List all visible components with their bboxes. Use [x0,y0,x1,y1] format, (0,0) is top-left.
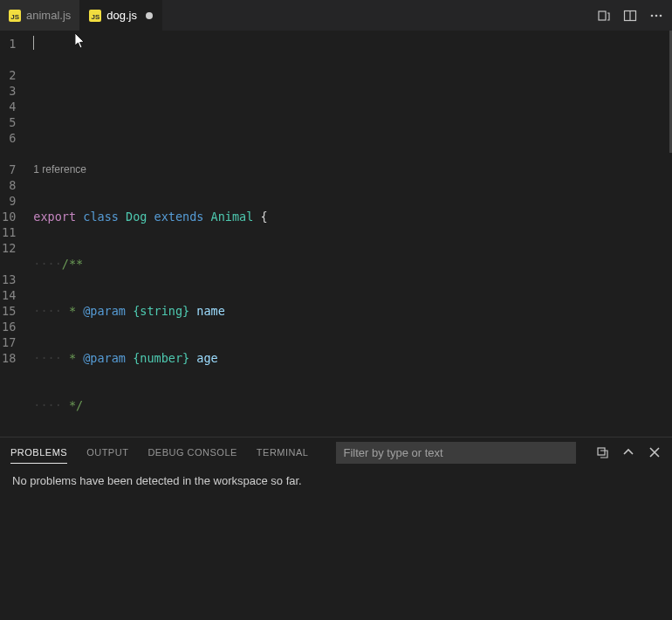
line-number: 1 [0,36,28,52]
editor-actions [597,0,672,31]
line-number: 7 [0,162,28,177]
svg-rect-6 [598,448,605,455]
bottom-panel: PROBLEMS OUTPUT DEBUG CONSOLE TERMINAL N… [0,437,672,620]
code-line: ···· */ [28,397,672,413]
mouse-pointer-icon [75,33,86,49]
line-number: 6 [0,130,28,146]
line-number: 15 [0,303,28,319]
split-editor-icon[interactable] [623,9,637,23]
unsaved-indicator-icon [146,12,153,19]
javascript-file-icon: JS [9,10,21,22]
line-number: 8 [0,177,28,193]
more-actions-icon[interactable] [649,9,663,23]
tab-label: animal.js [26,9,71,22]
svg-point-3 [651,14,654,17]
line-number: 18 [0,350,28,366]
tab-label: dog.js [106,9,137,22]
svg-point-5 [660,14,662,17]
line-number: 16 [0,319,28,334]
tabs-container: JS animal.js JS dog.js [0,0,162,31]
code-line: export class Dog extends Animal { [28,209,672,224]
code-line [28,114,672,130]
line-number: 9 [0,193,28,209]
tab-animal-js[interactable]: JS animal.js [0,0,80,31]
line-number: 3 [0,83,28,99]
tab-debug-console[interactable]: DEBUG CONSOLE [147,442,237,463]
editor-tabs-bar: JS animal.js JS dog.js [0,0,672,31]
tab-terminal[interactable]: TERMINAL [257,442,309,463]
panel-actions [595,445,662,459]
code-editor[interactable]: 1 . 2 3 4 5 6 . 7 8 9 10 11 12 . 13 14 1… [0,31,672,437]
code-content[interactable]: 1 reference export class Dog extends Ani… [28,31,672,437]
close-icon[interactable] [648,445,662,459]
tab-output[interactable]: OUTPUT [86,442,128,463]
problems-message: No problems have been detected in the wo… [0,467,672,494]
text-cursor [33,36,34,50]
code-line: ····/** [28,256,672,272]
svg-rect-0 [599,11,606,20]
line-number: 17 [0,334,28,350]
code-line: ···· * @param {number} age [28,350,672,366]
line-number: 2 [0,67,28,83]
svg-point-4 [655,14,658,17]
line-number: 4 [0,99,28,114]
code-line: ···· * @param {string} name [28,303,672,319]
line-number: 12 [0,240,28,256]
tab-dog-js[interactable]: JS dog.js [80,0,162,31]
codelens-references[interactable]: 1 reference [28,162,672,177]
chevron-up-icon[interactable] [621,445,635,459]
line-number: 14 [0,287,28,303]
problems-filter-input[interactable] [336,442,576,464]
line-number: 5 [0,114,28,130]
panel-header: PROBLEMS OUTPUT DEBUG CONSOLE TERMINAL [0,437,672,467]
collapse-all-icon[interactable] [595,445,609,459]
compare-changes-icon[interactable] [597,9,611,23]
line-number: 13 [0,272,28,287]
javascript-file-icon: JS [89,10,101,22]
line-number: 10 [0,209,28,224]
tab-problems[interactable]: PROBLEMS [10,442,67,464]
line-number: 11 [0,224,28,240]
line-number-gutter: 1 . 2 3 4 5 6 . 7 8 9 10 11 12 . 13 14 1… [0,31,28,437]
